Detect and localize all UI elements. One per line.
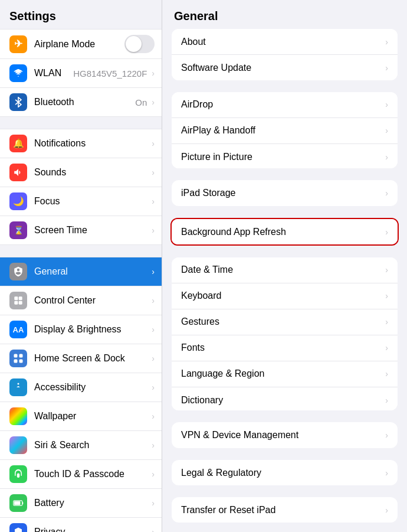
display-brightness-icon: AA bbox=[9, 321, 27, 338]
svg-rect-5 bbox=[19, 354, 23, 358]
sidebar-scroll: ✈ Airplane Mode WLAN HG8145V5_1220 bbox=[0, 29, 162, 532]
airplane-mode-toggle[interactable] bbox=[124, 35, 155, 53]
settings-row-keyboard[interactable]: Keyboard › bbox=[172, 283, 398, 309]
svg-point-8 bbox=[18, 383, 19, 385]
sounds-icon bbox=[9, 164, 27, 181]
settings-row-picture-in-picture[interactable]: Picture in Picture › bbox=[172, 144, 398, 169]
sounds-label: Sounds bbox=[34, 167, 149, 178]
settings-row-gestures[interactable]: Gestures › bbox=[172, 309, 398, 335]
privacy-chevron: › bbox=[152, 527, 155, 532]
sidebar-item-siri-search[interactable]: Siri & Search › bbox=[0, 431, 162, 460]
svg-rect-1 bbox=[19, 296, 22, 300]
focus-label: Focus bbox=[34, 196, 149, 207]
settings-group-datetime: Date & Time › Keyboard › Gestures › Font… bbox=[172, 257, 398, 411]
settings-row-ipad-storage[interactable]: iPad Storage › bbox=[172, 180, 398, 205]
sidebar-item-home-screen-dock[interactable]: Home Screen & Dock › bbox=[0, 344, 162, 373]
svg-rect-7 bbox=[19, 360, 23, 363]
settings-row-date-time[interactable]: Date & Time › bbox=[172, 257, 398, 283]
sidebar-item-control-center[interactable]: Control Center › bbox=[0, 286, 162, 315]
screen-time-label: Screen Time bbox=[34, 225, 149, 236]
control-center-label: Control Center bbox=[34, 295, 149, 306]
settings-row-background-app-refresh[interactable]: Background App Refresh › bbox=[172, 219, 398, 245]
airplay-handoff-chevron: › bbox=[385, 126, 388, 135]
touch-id-chevron: › bbox=[152, 469, 155, 479]
date-time-label: Date & Time bbox=[181, 265, 383, 275]
svg-rect-10 bbox=[14, 501, 21, 505]
dictionary-chevron: › bbox=[385, 396, 388, 405]
wlan-icon bbox=[9, 64, 27, 82]
settings-group-ipad-storage: iPad Storage › bbox=[172, 180, 398, 205]
notifications-chevron: › bbox=[152, 139, 155, 148]
settings-row-vpn[interactable]: VPN & Device Management › bbox=[172, 422, 398, 448]
privacy-label: Privacy bbox=[34, 527, 149, 532]
settings-row-airplay-handoff[interactable]: AirPlay & Handoff › bbox=[172, 118, 398, 144]
settings-row-legal[interactable]: Legal & Regulatory › bbox=[172, 460, 398, 485]
home-screen-icon bbox=[9, 350, 27, 367]
sidebar-item-wlan[interactable]: WLAN HG8145V5_1220F › bbox=[0, 59, 162, 88]
display-brightness-chevron: › bbox=[152, 325, 155, 334]
touch-id-icon bbox=[9, 465, 27, 483]
settings-group-vpn: VPN & Device Management › bbox=[172, 422, 398, 448]
wlan-chevron: › bbox=[152, 68, 155, 78]
svg-rect-3 bbox=[19, 301, 22, 305]
keyboard-chevron: › bbox=[385, 291, 388, 301]
bluetooth-value: On bbox=[135, 97, 147, 107]
main-title: General bbox=[162, 0, 407, 29]
fonts-chevron: › bbox=[385, 343, 388, 353]
display-brightness-label: Display & Brightness bbox=[34, 324, 149, 335]
sidebar-item-display-brightness[interactable]: AA Display & Brightness › bbox=[0, 315, 162, 344]
general-label: General bbox=[34, 266, 149, 277]
legal-chevron: › bbox=[385, 468, 388, 478]
home-screen-dock-chevron: › bbox=[152, 354, 155, 363]
sidebar-section-system2: General › Control Center › AA bbox=[0, 257, 162, 532]
software-update-chevron: › bbox=[385, 63, 388, 73]
wallpaper-chevron: › bbox=[152, 412, 155, 421]
accessibility-label: Accessibility bbox=[34, 382, 149, 393]
settings-group-transfer: Transfer or Reset iPad › bbox=[172, 497, 398, 523]
settings-row-software-update[interactable]: Software Update › bbox=[172, 55, 398, 80]
settings-row-dictionary[interactable]: Dictionary › bbox=[172, 387, 398, 411]
sidebar-item-general[interactable]: General › bbox=[0, 257, 162, 286]
svg-rect-6 bbox=[14, 360, 18, 363]
wlan-value: HG8145V5_1220F bbox=[73, 68, 147, 79]
siri-icon bbox=[9, 436, 27, 454]
sidebar-item-bluetooth[interactable]: Bluetooth On › bbox=[0, 88, 162, 117]
settings-row-language-region[interactable]: Language & Region › bbox=[172, 361, 398, 387]
settings-row-fonts[interactable]: Fonts › bbox=[172, 335, 398, 361]
bluetooth-chevron: › bbox=[152, 97, 155, 107]
screen-time-chevron: › bbox=[152, 226, 155, 235]
settings-row-about[interactable]: About › bbox=[172, 29, 398, 55]
legal-label: Legal & Regulatory bbox=[181, 468, 383, 478]
sidebar-item-notifications[interactable]: 🔔 Notifications › bbox=[0, 129, 162, 158]
about-chevron: › bbox=[385, 37, 388, 47]
sidebar-item-focus[interactable]: 🌙 Focus › bbox=[0, 187, 162, 216]
sidebar-item-privacy[interactable]: Privacy › bbox=[0, 518, 162, 532]
sidebar: Settings ✈ Airplane Mode bbox=[0, 0, 162, 532]
settings-row-airdrop[interactable]: AirDrop › bbox=[172, 92, 398, 118]
settings-row-transfer-reset[interactable]: Transfer or Reset iPad › bbox=[172, 497, 398, 523]
privacy-icon bbox=[9, 523, 27, 532]
focus-chevron: › bbox=[152, 197, 155, 206]
sidebar-item-sounds[interactable]: Sounds › bbox=[0, 158, 162, 187]
date-time-chevron: › bbox=[385, 265, 388, 275]
sidebar-item-touch-id[interactable]: Touch ID & Passcode › bbox=[0, 460, 162, 489]
svg-rect-4 bbox=[14, 354, 18, 358]
sidebar-item-airplane-mode[interactable]: ✈ Airplane Mode bbox=[0, 29, 162, 59]
sidebar-item-wallpaper[interactable]: Wallpaper › bbox=[0, 402, 162, 431]
settings-group-legal: Legal & Regulatory › bbox=[172, 460, 398, 485]
sidebar-item-screen-time[interactable]: ⌛ Screen Time › bbox=[0, 216, 162, 245]
sidebar-title: Settings bbox=[0, 0, 162, 29]
wallpaper-label: Wallpaper bbox=[34, 411, 149, 422]
toggle-knob bbox=[126, 36, 142, 52]
notifications-label: Notifications bbox=[34, 138, 149, 149]
sidebar-section-connectivity: ✈ Airplane Mode WLAN HG8145V5_1220 bbox=[0, 29, 162, 117]
airdrop-label: AirDrop bbox=[181, 99, 383, 110]
accessibility-chevron: › bbox=[152, 383, 155, 392]
settings-group-background-app-refresh: Background App Refresh › bbox=[170, 218, 399, 246]
keyboard-label: Keyboard bbox=[181, 291, 383, 301]
sidebar-item-accessibility[interactable]: Accessibility › bbox=[0, 373, 162, 402]
siri-search-chevron: › bbox=[152, 440, 155, 450]
screen-time-icon: ⌛ bbox=[9, 221, 27, 239]
sidebar-item-battery[interactable]: Battery › bbox=[0, 489, 162, 518]
bluetooth-label: Bluetooth bbox=[34, 97, 135, 107]
